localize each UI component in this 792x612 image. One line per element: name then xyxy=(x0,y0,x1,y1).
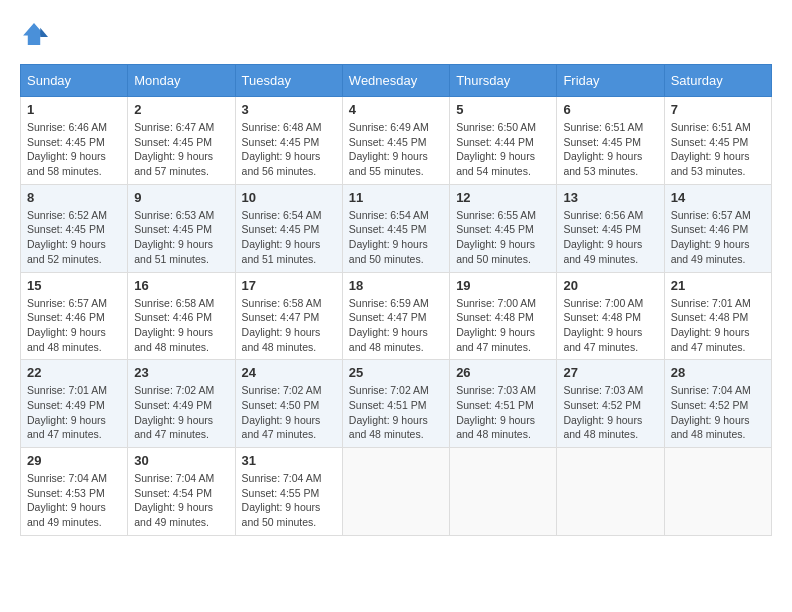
day-number: 14 xyxy=(671,190,765,205)
day-detail: Sunrise: 6:47 AM Sunset: 4:45 PM Dayligh… xyxy=(134,120,228,179)
day-detail: Sunrise: 7:04 AM Sunset: 4:55 PM Dayligh… xyxy=(242,471,336,530)
calendar-week-row: 29 Sunrise: 7:04 AM Sunset: 4:53 PM Dayl… xyxy=(21,448,772,536)
day-detail: Sunrise: 6:53 AM Sunset: 4:45 PM Dayligh… xyxy=(134,208,228,267)
day-detail: Sunrise: 7:04 AM Sunset: 4:54 PM Dayligh… xyxy=(134,471,228,530)
day-detail: Sunrise: 6:46 AM Sunset: 4:45 PM Dayligh… xyxy=(27,120,121,179)
calendar-header-thursday: Thursday xyxy=(450,65,557,97)
day-number: 19 xyxy=(456,278,550,293)
day-detail: Sunrise: 6:56 AM Sunset: 4:45 PM Dayligh… xyxy=(563,208,657,267)
day-detail: Sunrise: 6:49 AM Sunset: 4:45 PM Dayligh… xyxy=(349,120,443,179)
day-number: 9 xyxy=(134,190,228,205)
day-number: 22 xyxy=(27,365,121,380)
calendar-cell xyxy=(557,448,664,536)
calendar-cell: 8 Sunrise: 6:52 AM Sunset: 4:45 PM Dayli… xyxy=(21,184,128,272)
calendar-cell: 31 Sunrise: 7:04 AM Sunset: 4:55 PM Dayl… xyxy=(235,448,342,536)
day-number: 26 xyxy=(456,365,550,380)
day-detail: Sunrise: 7:03 AM Sunset: 4:52 PM Dayligh… xyxy=(563,383,657,442)
calendar-header-saturday: Saturday xyxy=(664,65,771,97)
day-number: 15 xyxy=(27,278,121,293)
calendar-header-tuesday: Tuesday xyxy=(235,65,342,97)
day-number: 27 xyxy=(563,365,657,380)
day-detail: Sunrise: 7:04 AM Sunset: 4:52 PM Dayligh… xyxy=(671,383,765,442)
calendar-cell: 5 Sunrise: 6:50 AM Sunset: 4:44 PM Dayli… xyxy=(450,97,557,185)
day-detail: Sunrise: 7:01 AM Sunset: 4:48 PM Dayligh… xyxy=(671,296,765,355)
day-number: 6 xyxy=(563,102,657,117)
day-detail: Sunrise: 6:50 AM Sunset: 4:44 PM Dayligh… xyxy=(456,120,550,179)
calendar-week-row: 8 Sunrise: 6:52 AM Sunset: 4:45 PM Dayli… xyxy=(21,184,772,272)
calendar-cell xyxy=(450,448,557,536)
day-detail: Sunrise: 7:00 AM Sunset: 4:48 PM Dayligh… xyxy=(563,296,657,355)
day-number: 13 xyxy=(563,190,657,205)
day-number: 20 xyxy=(563,278,657,293)
calendar-week-row: 15 Sunrise: 6:57 AM Sunset: 4:46 PM Dayl… xyxy=(21,272,772,360)
calendar-cell: 27 Sunrise: 7:03 AM Sunset: 4:52 PM Dayl… xyxy=(557,360,664,448)
calendar-cell: 10 Sunrise: 6:54 AM Sunset: 4:45 PM Dayl… xyxy=(235,184,342,272)
day-number: 24 xyxy=(242,365,336,380)
day-number: 16 xyxy=(134,278,228,293)
calendar-cell: 1 Sunrise: 6:46 AM Sunset: 4:45 PM Dayli… xyxy=(21,97,128,185)
day-number: 29 xyxy=(27,453,121,468)
day-number: 8 xyxy=(27,190,121,205)
day-detail: Sunrise: 7:03 AM Sunset: 4:51 PM Dayligh… xyxy=(456,383,550,442)
calendar-cell: 30 Sunrise: 7:04 AM Sunset: 4:54 PM Dayl… xyxy=(128,448,235,536)
calendar-cell: 16 Sunrise: 6:58 AM Sunset: 4:46 PM Dayl… xyxy=(128,272,235,360)
calendar-cell xyxy=(342,448,449,536)
day-number: 5 xyxy=(456,102,550,117)
calendar-cell: 6 Sunrise: 6:51 AM Sunset: 4:45 PM Dayli… xyxy=(557,97,664,185)
day-number: 12 xyxy=(456,190,550,205)
calendar-header-monday: Monday xyxy=(128,65,235,97)
day-detail: Sunrise: 6:58 AM Sunset: 4:47 PM Dayligh… xyxy=(242,296,336,355)
calendar-cell: 4 Sunrise: 6:49 AM Sunset: 4:45 PM Dayli… xyxy=(342,97,449,185)
calendar-cell: 14 Sunrise: 6:57 AM Sunset: 4:46 PM Dayl… xyxy=(664,184,771,272)
calendar-header-wednesday: Wednesday xyxy=(342,65,449,97)
calendar-header-row: SundayMondayTuesdayWednesdayThursdayFrid… xyxy=(21,65,772,97)
calendar-cell: 24 Sunrise: 7:02 AM Sunset: 4:50 PM Dayl… xyxy=(235,360,342,448)
day-number: 3 xyxy=(242,102,336,117)
day-number: 17 xyxy=(242,278,336,293)
day-detail: Sunrise: 6:55 AM Sunset: 4:45 PM Dayligh… xyxy=(456,208,550,267)
logo-icon xyxy=(20,20,48,48)
day-detail: Sunrise: 6:51 AM Sunset: 4:45 PM Dayligh… xyxy=(671,120,765,179)
day-number: 10 xyxy=(242,190,336,205)
day-detail: Sunrise: 7:01 AM Sunset: 4:49 PM Dayligh… xyxy=(27,383,121,442)
day-detail: Sunrise: 6:52 AM Sunset: 4:45 PM Dayligh… xyxy=(27,208,121,267)
day-detail: Sunrise: 7:02 AM Sunset: 4:50 PM Dayligh… xyxy=(242,383,336,442)
day-number: 31 xyxy=(242,453,336,468)
day-detail: Sunrise: 7:02 AM Sunset: 4:49 PM Dayligh… xyxy=(134,383,228,442)
day-detail: Sunrise: 6:59 AM Sunset: 4:47 PM Dayligh… xyxy=(349,296,443,355)
calendar-cell: 13 Sunrise: 6:56 AM Sunset: 4:45 PM Dayl… xyxy=(557,184,664,272)
svg-marker-1 xyxy=(40,28,48,37)
logo xyxy=(20,20,52,48)
calendar-cell: 11 Sunrise: 6:54 AM Sunset: 4:45 PM Dayl… xyxy=(342,184,449,272)
day-detail: Sunrise: 6:48 AM Sunset: 4:45 PM Dayligh… xyxy=(242,120,336,179)
day-detail: Sunrise: 7:00 AM Sunset: 4:48 PM Dayligh… xyxy=(456,296,550,355)
day-number: 18 xyxy=(349,278,443,293)
calendar-week-row: 1 Sunrise: 6:46 AM Sunset: 4:45 PM Dayli… xyxy=(21,97,772,185)
calendar-cell: 26 Sunrise: 7:03 AM Sunset: 4:51 PM Dayl… xyxy=(450,360,557,448)
calendar-cell: 9 Sunrise: 6:53 AM Sunset: 4:45 PM Dayli… xyxy=(128,184,235,272)
day-number: 25 xyxy=(349,365,443,380)
day-number: 2 xyxy=(134,102,228,117)
day-number: 1 xyxy=(27,102,121,117)
day-number: 28 xyxy=(671,365,765,380)
calendar-week-row: 22 Sunrise: 7:01 AM Sunset: 4:49 PM Dayl… xyxy=(21,360,772,448)
day-detail: Sunrise: 6:54 AM Sunset: 4:45 PM Dayligh… xyxy=(349,208,443,267)
calendar-cell: 15 Sunrise: 6:57 AM Sunset: 4:46 PM Dayl… xyxy=(21,272,128,360)
calendar-cell: 29 Sunrise: 7:04 AM Sunset: 4:53 PM Dayl… xyxy=(21,448,128,536)
calendar-cell xyxy=(664,448,771,536)
page-header xyxy=(20,20,772,48)
day-detail: Sunrise: 6:51 AM Sunset: 4:45 PM Dayligh… xyxy=(563,120,657,179)
day-detail: Sunrise: 7:04 AM Sunset: 4:53 PM Dayligh… xyxy=(27,471,121,530)
day-number: 30 xyxy=(134,453,228,468)
calendar-table: SundayMondayTuesdayWednesdayThursdayFrid… xyxy=(20,64,772,536)
calendar-cell: 3 Sunrise: 6:48 AM Sunset: 4:45 PM Dayli… xyxy=(235,97,342,185)
calendar-cell: 25 Sunrise: 7:02 AM Sunset: 4:51 PM Dayl… xyxy=(342,360,449,448)
day-detail: Sunrise: 6:58 AM Sunset: 4:46 PM Dayligh… xyxy=(134,296,228,355)
calendar-cell: 20 Sunrise: 7:00 AM Sunset: 4:48 PM Dayl… xyxy=(557,272,664,360)
day-number: 11 xyxy=(349,190,443,205)
calendar-cell: 28 Sunrise: 7:04 AM Sunset: 4:52 PM Dayl… xyxy=(664,360,771,448)
calendar-cell: 17 Sunrise: 6:58 AM Sunset: 4:47 PM Dayl… xyxy=(235,272,342,360)
calendar-cell: 21 Sunrise: 7:01 AM Sunset: 4:48 PM Dayl… xyxy=(664,272,771,360)
day-number: 23 xyxy=(134,365,228,380)
calendar-cell: 19 Sunrise: 7:00 AM Sunset: 4:48 PM Dayl… xyxy=(450,272,557,360)
